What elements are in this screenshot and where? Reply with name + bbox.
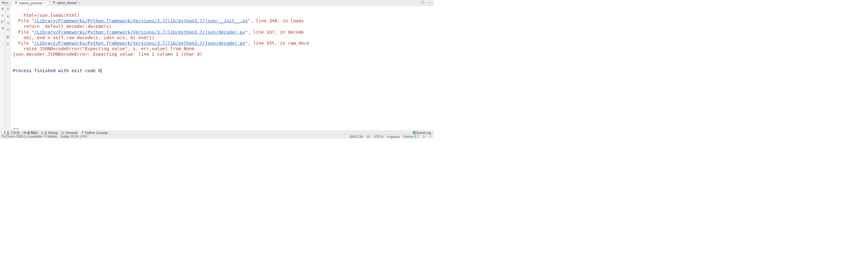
tab-label: name_thread <box>57 1 77 5</box>
close-tab-icon[interactable]: × <box>78 1 80 5</box>
svg-rect-11 <box>423 136 425 137</box>
traceback-code: html=json.loads(html) <box>13 13 80 18</box>
minimize-icon[interactable] <box>428 0 432 5</box>
error-message: json.decoder.JSONDecodeError: Expecting … <box>13 52 203 57</box>
run-tool-window-header: Run: xiaomi_process × name_thread × <box>0 0 434 6</box>
console-output[interactable]: html=json.loads(html) File "/Library/Fra… <box>10 6 434 130</box>
terminal-icon <box>61 131 64 134</box>
terminal-tool-button[interactable]: Terminal <box>59 131 79 134</box>
traceback-code: return _default_decoder.decode(s) <box>13 24 112 29</box>
play-icon <box>24 131 27 134</box>
svg-point-9 <box>41 132 43 133</box>
trash-icon[interactable] <box>6 42 9 47</box>
svg-rect-10 <box>61 131 64 133</box>
bug-icon <box>41 131 44 134</box>
event-count-badge: 1 <box>413 131 416 134</box>
svg-rect-4 <box>3 21 4 22</box>
run-tool-button[interactable]: 4: Run <box>22 131 39 134</box>
run-tool-body: html=json.loads(html) File "/Library/Fra… <box>0 6 434 130</box>
ide-profile-icon[interactable] <box>429 135 432 138</box>
pin-icon[interactable] <box>1 26 5 30</box>
svg-rect-2 <box>2 14 4 17</box>
traceback-file: File "/Library/Frameworks/Python.framewo… <box>13 18 304 23</box>
svg-point-12 <box>430 135 431 136</box>
svg-rect-3 <box>1 21 2 22</box>
svg-rect-5 <box>1 22 2 23</box>
file-link[interactable]: /Library/Frameworks/Python.framework/Ver… <box>34 30 245 35</box>
event-log-button[interactable]: 1 Event Log <box>413 131 433 134</box>
console-actions-toolbar <box>5 6 10 130</box>
todo-icon <box>3 131 6 134</box>
down-button[interactable] <box>6 14 9 19</box>
run-tab-xiaomi-process[interactable]: xiaomi_process × <box>11 0 49 5</box>
indent-setting[interactable]: 4 spaces <box>387 135 400 138</box>
scroll-to-end-icon[interactable] <box>6 28 9 33</box>
stop-button[interactable] <box>1 13 5 18</box>
up-button[interactable] <box>6 7 9 11</box>
traceback-file: File "/Library/Frameworks/Python.framewo… <box>13 30 304 35</box>
traceback-code: raise JSONDecodeError("Expecting value",… <box>13 46 194 51</box>
update-notification[interactable]: PyCharm 2020.1.4 available: // Update...… <box>2 134 87 139</box>
process-finished: Process finished with exit code 0 <box>13 68 101 73</box>
run-label: Run: <box>2 1 9 5</box>
traceback-file: File "/Library/Frameworks/Python.framewo… <box>13 41 309 45</box>
traceback-code: obj, end = self.raw_decode(s, idx=_w(s, … <box>13 35 154 40</box>
svg-point-0 <box>422 2 423 3</box>
svg-rect-7 <box>7 36 8 37</box>
file-encoding[interactable]: UTF-8 <box>374 135 383 138</box>
debug-tool-button[interactable]: 5: Debug <box>39 131 60 134</box>
python-icon <box>81 131 84 134</box>
layout-icon[interactable] <box>1 20 5 24</box>
horizontal-scrollbar-thumb[interactable] <box>12 128 20 130</box>
close-tab-icon[interactable]: × <box>44 1 46 5</box>
rerun-button[interactable] <box>1 7 5 11</box>
tab-label: xiaomi_process <box>19 1 42 5</box>
lock-icon[interactable] <box>423 135 426 138</box>
file-link[interactable]: /Library/Frameworks/Python.framework/Ver… <box>34 41 245 45</box>
todo-tool-button[interactable]: 6: TODO <box>1 131 22 134</box>
python-file-icon <box>52 1 56 5</box>
run-tab-name-thread[interactable]: name_thread × <box>50 0 83 5</box>
status-bar: PyCharm 2020.1.4 available: // Update...… <box>0 134 434 138</box>
tool-window-stripe: 6: TODO 4: Run 5: Debug Terminal Python … <box>0 130 434 134</box>
print-icon[interactable] <box>6 35 9 40</box>
python-console-tool-button[interactable]: Python Console <box>79 131 110 134</box>
text-cursor <box>101 68 101 73</box>
file-link[interactable]: /Library/Frameworks/Python.framework/Ver… <box>34 18 248 23</box>
cursor-position[interactable]: 20072:34 <box>349 135 363 138</box>
soft-wrap-icon[interactable] <box>6 21 9 26</box>
line-separator[interactable]: LF <box>367 135 370 138</box>
gear-icon[interactable] <box>421 0 425 5</box>
python-file-icon <box>14 1 18 5</box>
run-actions-toolbar <box>0 6 5 130</box>
python-interpreter[interactable]: Python 3.7 <box>403 135 419 138</box>
